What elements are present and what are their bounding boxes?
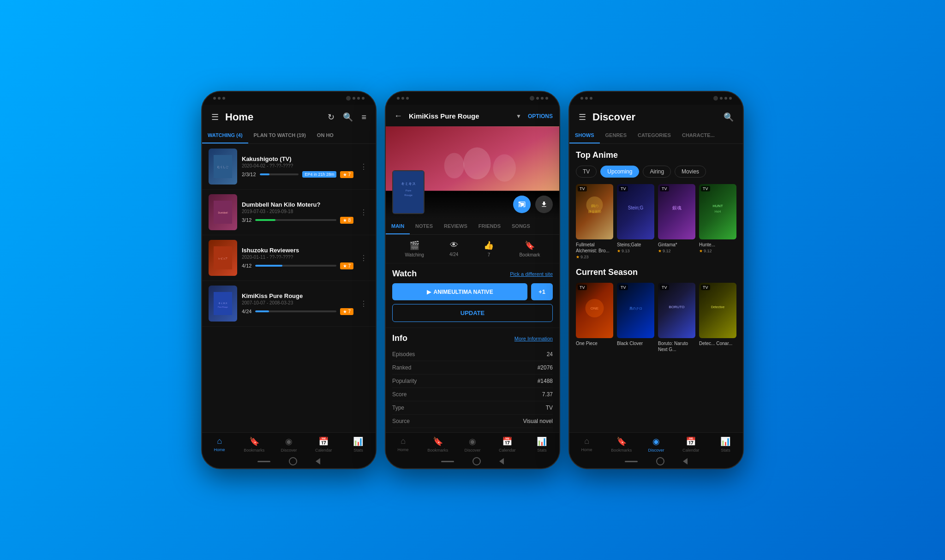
- discover-title: Discover: [592, 111, 717, 123]
- tab-watching[interactable]: WATCHING (4): [202, 128, 248, 143]
- bookmark-stat[interactable]: 🔖 Bookmark: [519, 240, 540, 257]
- more-options-icon[interactable]: ⋮: [358, 298, 369, 310]
- svg-text:むくしご: むくしご: [217, 166, 229, 169]
- home-button[interactable]: [472, 457, 481, 465]
- nav-calendar[interactable]: 📅 Calendar: [490, 436, 525, 453]
- tab-reviews[interactable]: REVIEWS: [438, 219, 473, 234]
- tab-shows[interactable]: SHOWS: [569, 128, 600, 143]
- update-button[interactable]: UPDATE: [392, 304, 553, 322]
- anime-card-steins[interactable]: TV Stein;G Steins;Gate ★ 9.13: [617, 184, 654, 259]
- list-item[interactable]: むくしご Kakushigoto (TV) 2020-04-02 - ??-??…: [202, 144, 376, 190]
- nav-stats[interactable]: 📊 Stats: [525, 436, 559, 453]
- anime-dates: 2020-01-11 - ??-??-????: [242, 255, 353, 260]
- pick-site-link[interactable]: Pick a different site: [510, 271, 553, 277]
- anime-card-detective[interactable]: TV Detective Detec... Conar...: [699, 283, 736, 353]
- nav-stats[interactable]: 📊 Stats: [708, 436, 743, 453]
- phone-home: ☰ Home ↻ 🔍 ≡ WATCHING (4) PLAN TO WATCH …: [201, 91, 377, 469]
- steins-svg: Stein;G: [617, 184, 654, 239]
- back-button[interactable]: [499, 458, 504, 465]
- nav-bookmarks[interactable]: 🔖 Bookmarks: [237, 436, 271, 453]
- nav-discover[interactable]: ◉ Discover: [455, 436, 490, 453]
- info-val: 7.37: [542, 391, 553, 398]
- watch-btn-row: ▶ ANIMEULTIMA NATIVE +1: [392, 283, 553, 300]
- calendar-icon: 📅: [502, 436, 512, 447]
- dropdown-icon[interactable]: ▼: [514, 111, 523, 121]
- tab-categories[interactable]: CATEGORIES: [632, 128, 676, 143]
- nav-home[interactable]: ⌂ Home: [202, 436, 237, 453]
- download-button[interactable]: [535, 196, 553, 213]
- list-item[interactable]: キミキスPure Rouge KimiKiss Pure Rouge 2007-…: [202, 281, 376, 327]
- svg-text:黒のクロ: 黒のクロ: [629, 307, 642, 310]
- likes-stat[interactable]: 👍 7: [484, 240, 494, 257]
- more-options-icon[interactable]: ⋮: [358, 252, 369, 264]
- tab-plan-to-watch[interactable]: PLAN TO WATCH (19): [248, 128, 311, 143]
- watch-btn-label: ANIMEULTIMA NATIVE: [434, 289, 493, 295]
- anime-card-fma[interactable]: TV 鋼の 錬金術師 Fullmetal Alchemist: Bro... ★: [576, 184, 613, 259]
- nav-stats-label: Stats: [353, 448, 363, 453]
- search-icon[interactable]: 🔍: [341, 110, 355, 124]
- more-info-link[interactable]: More Information: [514, 336, 553, 341]
- refresh-icon[interactable]: ↻: [326, 110, 336, 124]
- tab-characters[interactable]: CHARACTE...: [676, 128, 720, 143]
- more-options-icon[interactable]: ⋮: [358, 161, 369, 173]
- info-title: Info: [392, 334, 407, 343]
- list-item[interactable]: レビュア Ishuzoku Reviewers 2020-01-11 - ??-…: [202, 235, 376, 281]
- filter-icon[interactable]: ≡: [359, 111, 368, 124]
- tab-notes[interactable]: NOTES: [410, 219, 438, 234]
- anime-card-onepiece[interactable]: TV ONE One Piece: [576, 283, 613, 353]
- home-button[interactable]: [289, 457, 297, 465]
- more-options-icon[interactable]: ⋮: [358, 206, 369, 219]
- progress-bar-fill: [260, 173, 269, 175]
- hamburger-icon[interactable]: ☰: [209, 110, 221, 124]
- back-icon[interactable]: ←: [392, 109, 404, 123]
- tab-on-hold[interactable]: ON HO: [311, 128, 339, 143]
- card-image-fma: TV 鋼の 錬金術師: [576, 184, 613, 239]
- nav-discover[interactable]: ◉ Discover: [639, 436, 673, 453]
- bottom-line-indicator: [257, 461, 270, 462]
- nav-bookmarks[interactable]: 🔖 Bookmarks: [420, 436, 455, 453]
- nav-stats[interactable]: 📊 Stats: [341, 436, 376, 453]
- search-icon[interactable]: 🔍: [722, 110, 736, 124]
- nav-home[interactable]: ⌂ Home: [386, 436, 420, 453]
- chip-tv[interactable]: TV: [576, 166, 597, 178]
- nav-calendar[interactable]: 📅 Calendar: [674, 436, 708, 453]
- anime-card-boruto[interactable]: TV BORUTO Boruto: Naruto Next G...: [658, 283, 695, 353]
- watch-plus-button[interactable]: +1: [531, 283, 553, 300]
- cast-button[interactable]: [513, 196, 531, 213]
- tab-songs[interactable]: SONGS: [506, 219, 536, 234]
- tab-friends[interactable]: FRIENDS: [473, 219, 506, 234]
- chip-upcoming[interactable]: Upcoming: [600, 166, 639, 178]
- star-icon: ★: [699, 249, 703, 253]
- tab-main[interactable]: MAIN: [386, 219, 410, 234]
- episodes-stat: 👁 4/24: [449, 240, 458, 257]
- nav-calendar[interactable]: 📅 Calendar: [306, 436, 341, 453]
- anime-title: Ishuzoku Reviewers: [242, 247, 353, 254]
- svg-text:鋼の: 鋼の: [591, 204, 598, 208]
- nav-home[interactable]: ⌂ Home: [569, 436, 604, 453]
- back-button[interactable]: [316, 458, 320, 465]
- watch-main-button[interactable]: ▶ ANIMEULTIMA NATIVE: [392, 283, 527, 300]
- list-item[interactable]: Dumbbell Dumbbell Nan Kilo Moteru? 2019-…: [202, 190, 376, 235]
- phone2-content: ← KimiKiss Pure Rouge ▼ OPTIONS: [386, 105, 559, 454]
- options-button[interactable]: OPTIONS: [528, 113, 553, 119]
- anime-card-blackclover[interactable]: TV 黒のクロ Black Clover: [617, 283, 654, 353]
- notch-dot: [222, 97, 225, 100]
- top-anime-grid: TV 鋼の 錬金術師 Fullmetal Alchemist: Bro... ★: [576, 184, 736, 259]
- tab-genres[interactable]: GENRES: [600, 128, 632, 143]
- hamburger-icon[interactable]: ☰: [577, 110, 588, 124]
- tv-badge: TV: [578, 186, 587, 191]
- anime-card-hunter[interactable]: TV HUNT HxH Hunte... ★ 9.12: [699, 184, 736, 259]
- anime-card-gintama[interactable]: TV 銀魂 Gintama* ★ 9.12: [658, 184, 695, 259]
- info-row-score: Score 7.37: [392, 388, 553, 401]
- score-badge: ★ 7: [340, 308, 353, 315]
- back-button[interactable]: [683, 458, 688, 465]
- home-button[interactable]: [656, 457, 664, 465]
- chip-movies[interactable]: Movies: [675, 166, 706, 178]
- svg-text:キミキス: キミキス: [401, 182, 416, 186]
- nav-stats-label: Stats: [721, 448, 730, 453]
- home-title: Home: [225, 111, 321, 123]
- nav-bookmarks[interactable]: 🔖 Bookmarks: [604, 436, 639, 453]
- chip-airing[interactable]: Airing: [643, 166, 671, 178]
- nav-bookmarks-label: Bookmarks: [427, 448, 448, 453]
- nav-discover[interactable]: ◉ Discover: [271, 436, 306, 453]
